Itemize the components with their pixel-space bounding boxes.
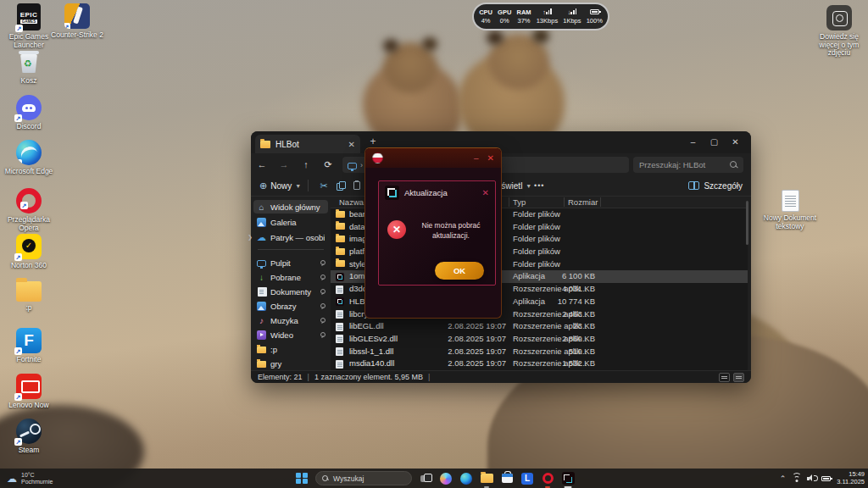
sidebar-item-onedrive[interactable]: ❯ Patryk — osobis (253, 230, 328, 244)
wifi-icon[interactable] (792, 474, 801, 482)
refresh-button[interactable]: ⟳ (317, 159, 339, 170)
sidebar-item-documents[interactable]: Dokumenty (253, 285, 328, 298)
dialog-close-icon[interactable]: ✕ (482, 188, 489, 197)
close-button[interactable]: ✕ (725, 131, 746, 153)
explorer-taskbar-button[interactable] (480, 472, 493, 485)
poland-flag-icon[interactable] (372, 152, 383, 164)
ok-button[interactable]: OK (435, 262, 484, 280)
expand-chevron-icon[interactable]: ❯ (248, 234, 253, 241)
tab-title: HLBot (275, 140, 343, 149)
sidebar-item-desktop[interactable]: Pulpit (253, 256, 328, 269)
scrollbar[interactable] (746, 201, 748, 245)
desktop-icon-recycle-bin[interactable]: ♻ Kosz (1, 49, 57, 86)
hlbot-app-icon (336, 297, 344, 306)
paste-button[interactable] (353, 181, 360, 190)
clock[interactable]: 15:49 3.11.2025 (837, 471, 865, 485)
hidden-icons-chevron[interactable]: ⌃ (780, 474, 787, 483)
desktop-icon-fortnite[interactable]: F↗ Fortnite (1, 328, 57, 364)
search-icon[interactable] (730, 161, 737, 169)
desktop-icon-counter-strike-2[interactable]: ↗ Counter-Strike 2 (49, 3, 105, 40)
column-divider[interactable] (600, 197, 601, 207)
store-taskbar-button[interactable] (500, 472, 514, 485)
minimize-button[interactable]: – (682, 131, 704, 153)
up-button[interactable]: ↑ (295, 159, 317, 169)
steam-icon: ↗ (16, 419, 42, 444)
desktop-icon-text-document[interactable]: Nowy Dokument tekstowy (762, 190, 818, 230)
desktop-icon-norton[interactable]: ↗ Norton 360 (1, 234, 57, 270)
error-icon: ✕ (387, 220, 406, 239)
hlbot-logo-icon (385, 186, 399, 200)
explorer-tab-hlbot[interactable]: HLBot ✕ (255, 135, 360, 153)
opera-icon (542, 473, 554, 484)
gpu-stat: GPU 0% (498, 9, 511, 25)
sidebar-item-gry[interactable]: gry (253, 357, 328, 370)
column-size[interactable]: Rozmiar (568, 197, 598, 207)
file-row[interactable]: msdia140.dll 2.08.2025 19:07 Rozszerzeni… (331, 358, 748, 370)
l-app-taskbar-button[interactable]: L (520, 472, 534, 485)
task-view-button[interactable] (419, 472, 432, 485)
sidebar-label: Muzyka (270, 316, 298, 325)
recycle-bin-icon: ♻ (18, 49, 40, 75)
cut-button[interactable]: ✂ (315, 180, 332, 191)
details-view-toggle[interactable] (733, 373, 744, 382)
file-row[interactable]: libssl-1_1.dll 2.08.2025 19:07 Rozszerze… (331, 346, 748, 358)
back-button[interactable]: ← (251, 159, 273, 169)
desktop-icon-steam[interactable]: ↗ Steam (1, 419, 57, 455)
weather-widget[interactable]: ☁ 10°C Pochmurnie (7, 472, 53, 485)
copy-button[interactable] (337, 181, 344, 190)
gpu-value: 0% (498, 18, 511, 25)
tray-date: 3.11.2025 (837, 479, 865, 486)
desktop-icon-lenovo-now[interactable]: ↗ Lenovo Now (1, 374, 57, 410)
sidebar-item-music[interactable]: Muzyka (253, 313, 328, 327)
sidebar-item-gallery[interactable]: Galeria (253, 215, 328, 229)
folder-icon (16, 281, 42, 302)
edge-taskbar-button[interactable] (459, 472, 473, 485)
desktop-icon-microsoft-edge[interactable]: ↗ Microsoft Edge (1, 140, 57, 176)
sidebar-item-home[interactable]: Widok główny (253, 200, 328, 214)
file-name: libssl-1_1.dll (349, 347, 393, 356)
folder-icon (481, 474, 493, 483)
battery-icon[interactable] (821, 476, 831, 481)
ram-value: 37% (516, 18, 531, 25)
column-type[interactable]: Typ (513, 197, 526, 207)
desktop-icon-discord[interactable]: ↗ Discord (1, 95, 57, 131)
download-value: 1Kbps (563, 18, 581, 25)
column-divider[interactable] (509, 197, 509, 207)
system-tray: ⌃ 15:49 3.11.2025 (780, 469, 865, 488)
hlbot-taskbar-button[interactable] (561, 472, 575, 485)
more-options-button[interactable]: ••• (534, 181, 544, 190)
taskbar-search[interactable]: Wyszukaj (315, 471, 412, 485)
new-tab-button[interactable]: + (367, 136, 379, 147)
tab-close-icon[interactable]: ✕ (348, 140, 355, 149)
sidebar-item-video[interactable]: Wideo (253, 328, 328, 341)
details-pane-button[interactable]: Szczegóły (688, 181, 743, 191)
file-row[interactable]: libGLESv2.dll 2.08.2025 19:07 Rozszerzen… (331, 333, 748, 346)
maximize-button[interactable]: ▢ (704, 131, 725, 153)
column-divider[interactable] (564, 197, 565, 207)
hlbot-close-button[interactable]: ✕ (487, 153, 494, 163)
hlbot-title-bar[interactable]: – ✕ (365, 148, 501, 168)
opera-taskbar-button[interactable] (541, 472, 554, 485)
weather-temp: 10°C (21, 472, 53, 479)
details-label: Szczegóły (704, 181, 743, 191)
copilot-button[interactable] (439, 472, 453, 485)
desktop-icon-opera[interactable]: ↗ Przeglądarka Opera (1, 188, 57, 232)
volume-icon[interactable] (807, 474, 815, 482)
copilot-icon (440, 473, 452, 485)
desktop-icon-folder-p[interactable]: :p (1, 281, 57, 313)
column-name[interactable]: Nazwa (339, 197, 364, 207)
forward-button[interactable]: → (273, 159, 295, 169)
gpu-label: GPU (498, 9, 511, 16)
sidebar-item-folder-p[interactable]: :p (253, 342, 328, 356)
sidebar-item-downloads[interactable]: Pobrane (253, 270, 328, 284)
sidebar-item-pictures[interactable]: Obrazy (253, 299, 328, 313)
list-view-toggle[interactable] (719, 373, 730, 382)
desktop-icon-spotlight[interactable]: Dowiedz się więcej o tym zdjęciu (811, 5, 867, 58)
search-box[interactable]: Przeszukaj: HLBot (633, 157, 743, 173)
file-row[interactable]: libEGL.dll 2.08.2025 19:07 Rozszerzenie … (331, 320, 748, 333)
desktop-icon-label: Norton 360 (1, 262, 57, 270)
new-button[interactable]: ⊕ Nowy ▼ (259, 180, 301, 191)
start-button[interactable] (295, 472, 309, 485)
selection-summary: 1 zaznaczony element. 5,95 MB (314, 373, 423, 381)
hlbot-minimize-button[interactable]: – (474, 153, 479, 163)
